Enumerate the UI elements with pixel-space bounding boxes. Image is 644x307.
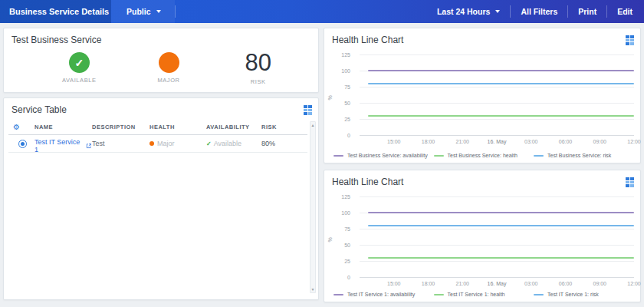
x-tick-label: 16. May — [488, 281, 507, 286]
panel-title: Health Line Chart — [332, 177, 403, 187]
health-line-chart-panel-1: Health Line Chart % 0255075100125 15:001… — [324, 28, 641, 163]
legend-label: Test Business Service: availability — [347, 153, 428, 158]
series-line — [368, 212, 634, 213]
external-link-icon — [86, 143, 92, 149]
legend-label: Test IT Service 1: health — [448, 292, 505, 297]
series-line — [368, 83, 634, 84]
series-line — [368, 70, 634, 71]
scroll-down-icon[interactable]: ▼ — [311, 286, 315, 292]
x-tick-label: 12:00 — [627, 281, 641, 286]
gridline — [360, 103, 634, 104]
y-axis-unit-label: % — [327, 237, 333, 242]
legend-item[interactable]: Test Business Service: risk — [534, 153, 634, 158]
available-check-icon: ✓ — [206, 140, 212, 147]
column-header-description: DESCRIPTION — [92, 124, 150, 130]
risk-score-value: 80 — [245, 51, 271, 74]
column-header-name: NAME — [34, 124, 92, 130]
panel-title: Health Line Chart — [332, 35, 403, 45]
y-tick-label: 100 — [341, 210, 350, 216]
business-service-kpi-panel: Test Business Service ✓ AVAILABLE MAJOR … — [3, 28, 319, 93]
column-header-availability: AVAILABILITY — [206, 124, 261, 130]
plot-area: 15:0018:0021:0016. May03:0006:0009:0012:… — [360, 196, 634, 277]
kpi-row: ✓ AVAILABLE MAJOR 80 RISK — [34, 47, 303, 89]
legend: Test Business Service: availabilityTest … — [334, 153, 634, 158]
x-tick-label: 18:00 — [422, 281, 435, 286]
legend-item[interactable]: Test Business Service: availability — [334, 153, 434, 158]
kpi-health-label: MAJOR — [157, 77, 179, 84]
x-tick-label: 03:00 — [524, 281, 538, 286]
service-table: ⚙ NAME DESCRIPTION HEALTH AVAILABILITY R… — [8, 119, 307, 153]
service-link[interactable]: Test IT Service 1 — [34, 138, 92, 154]
row-radio-button[interactable] — [18, 140, 27, 148]
x-tick-label: 09:00 — [593, 281, 606, 286]
legend-swatch-icon — [334, 294, 343, 295]
y-tick-label: 50 — [344, 101, 350, 106]
gridline — [360, 119, 634, 120]
service-link-label: Test IT Service 1 — [34, 138, 84, 154]
table-row: Test IT Service 1 Test Major ✓Available … — [8, 135, 307, 153]
gridline — [360, 245, 634, 246]
series-line — [368, 225, 634, 226]
y-axis: % 0255075100125 — [324, 54, 355, 135]
time-range-dropdown[interactable]: Last 24 Hours — [427, 0, 510, 23]
y-tick-label: 0 — [347, 133, 350, 138]
y-tick-label: 25 — [344, 117, 350, 122]
legend-item[interactable]: Test Business Service: health — [434, 153, 534, 158]
print-button[interactable]: Print — [568, 0, 606, 23]
table-header-row: ⚙ NAME DESCRIPTION HEALTH AVAILABILITY R… — [8, 119, 307, 135]
legend-swatch-icon — [334, 155, 343, 157]
x-tick-label: 09:00 — [593, 139, 606, 144]
column-header-health: HEALTH — [150, 124, 206, 130]
legend-item[interactable]: Test IT Service 1: availability — [334, 292, 434, 297]
y-tick-label: 0 — [347, 275, 350, 280]
panel-grid-icon[interactable] — [626, 177, 634, 187]
panel-grid-icon[interactable] — [626, 35, 634, 45]
legend-swatch-icon — [434, 294, 444, 295]
column-settings-gear-icon[interactable]: ⚙ — [13, 123, 20, 131]
legend: Test IT Service 1: availabilityTest IT S… — [334, 292, 634, 297]
y-tick-label: 100 — [341, 68, 350, 74]
y-tick-label: 50 — [344, 243, 350, 248]
x-tick-label: 21:00 — [455, 281, 469, 286]
risk-cell: 80% — [261, 140, 307, 147]
panel-grid-icon[interactable] — [304, 105, 312, 115]
major-severity-dot-icon — [150, 141, 154, 146]
x-tick-label: 15:00 — [387, 139, 401, 144]
chevron-down-icon — [495, 10, 500, 13]
legend-label: Test IT Service 1: risk — [547, 292, 599, 297]
x-tick-label: 15:00 — [387, 281, 401, 286]
health-line-chart-panel-2: Health Line Chart % 0255075100125 15:001… — [324, 170, 641, 302]
service-table-panel: Service Table ⚙ NAME DESCRIPTION HEALTH … — [3, 97, 319, 300]
gridline — [360, 135, 634, 136]
chevron-down-icon — [156, 10, 161, 13]
health-cell: Major — [150, 140, 206, 147]
all-filters-button[interactable]: All Filters — [511, 0, 567, 23]
x-tick-label: 03:00 — [524, 139, 538, 144]
kpi-availability: ✓ AVAILABLE — [34, 52, 124, 84]
scroll-up-icon[interactable]: ▲ — [311, 122, 315, 128]
availability-check-icon: ✓ — [69, 52, 90, 73]
legend-label: Test Business Service: risk — [547, 153, 611, 158]
kpi-health: MAJOR — [124, 52, 214, 84]
gridline — [360, 196, 634, 197]
column-header-risk: RISK — [261, 124, 307, 130]
panel-title: Service Table — [12, 104, 67, 115]
visibility-dropdown[interactable]: Public — [111, 0, 175, 23]
edit-button[interactable]: Edit — [607, 0, 644, 23]
gridline — [360, 261, 634, 262]
y-tick-label: 75 — [344, 226, 350, 232]
gridline — [360, 87, 634, 87]
legend-item[interactable]: Test IT Service 1: risk — [534, 292, 634, 297]
panel-title: Test Business Service — [12, 35, 101, 45]
plot-area: 15:0018:0021:0016. May03:0006:0009:0012:… — [360, 54, 634, 135]
y-tick-label: 125 — [341, 52, 350, 58]
page-title: Business Service Details — [0, 0, 111, 23]
legend-item[interactable]: Test IT Service 1: health — [434, 292, 534, 297]
kpi-risk: 80 RISK — [213, 51, 303, 85]
x-tick-label: 21:00 — [455, 139, 469, 144]
y-tick-label: 75 — [344, 84, 350, 90]
y-tick-label: 125 — [341, 194, 350, 200]
table-scrollbar[interactable]: ▲ ▼ — [310, 121, 316, 293]
y-axis: % 0255075100125 — [324, 196, 355, 277]
x-tick-label: 06:00 — [559, 139, 573, 144]
